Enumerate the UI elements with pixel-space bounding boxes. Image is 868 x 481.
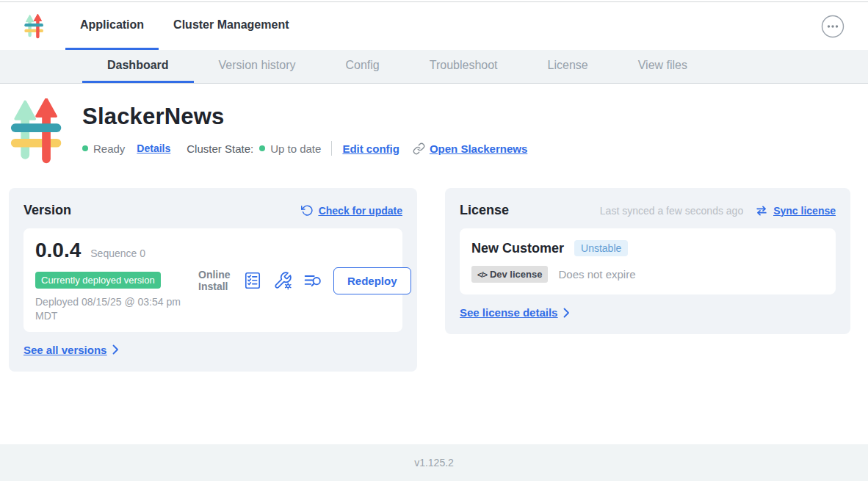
version-sequence: Sequence 0 — [90, 247, 145, 259]
channel-badge: Unstable — [574, 240, 628, 256]
see-all-versions-link[interactable]: See all versions — [23, 344, 119, 356]
cluster-status-dot — [259, 145, 265, 151]
edit-config-link[interactable]: Edit config — [342, 142, 399, 155]
subnav-item-config[interactable]: Config — [321, 50, 405, 83]
code-icon: </> — [477, 270, 487, 279]
dashboard-cards: Version Check for update 0.0.4 Sequence … — [9, 188, 850, 372]
tab-application[interactable]: Application — [65, 2, 159, 50]
license-card: License Last synced a few seconds ago Sy… — [445, 188, 850, 334]
header-spacer — [303, 2, 821, 50]
app-footer: v1.125.2 — [0, 444, 868, 481]
license-expiration: Does not expire — [558, 268, 635, 281]
subnav-item-dashboard[interactable]: Dashboard — [82, 50, 194, 83]
slackernews-logo-icon — [24, 14, 45, 39]
page-title: SlackerNews — [82, 104, 527, 130]
app-status-text: Ready — [93, 142, 125, 155]
app-header: Application Cluster Management — [0, 2, 868, 50]
cluster-state-label: Cluster State: — [187, 142, 253, 155]
cluster-state-value: Up to date — [270, 142, 321, 155]
license-panel: New Customer Unstable </> Dev license Do… — [460, 228, 836, 294]
customer-name: New Customer — [471, 241, 564, 256]
tab-cluster-management[interactable]: Cluster Management — [159, 2, 303, 50]
ready-status-dot — [82, 145, 88, 151]
console-version: v1.125.2 — [414, 457, 454, 469]
status-divider — [331, 141, 332, 156]
app-subnav: Dashboard Version history Config Trouble… — [0, 50, 868, 84]
current-version-panel: 0.0.4 Sequence 0 Currently deployed vers… — [23, 228, 402, 332]
version-card: Version Check for update 0.0.4 Sequence … — [9, 188, 417, 372]
see-license-details-link[interactable]: See license details — [460, 306, 570, 319]
sync-license-link[interactable]: Sync license — [755, 205, 836, 217]
license-card-title: License — [460, 203, 509, 218]
subnav-item-license[interactable]: License — [523, 50, 613, 83]
subnav-item-troubleshoot[interactable]: Troubleshoot — [405, 50, 523, 83]
dashboard-content: SlackerNews Ready Details Cluster State:… — [0, 84, 868, 444]
check-for-update-link[interactable]: Check for update — [301, 204, 402, 217]
open-app-link[interactable]: Open Slackernews — [430, 142, 527, 155]
version-card-title: Version — [23, 203, 71, 218]
chevron-right-icon — [112, 344, 119, 355]
chevron-right-icon — [563, 308, 570, 318]
more-menu-button[interactable] — [821, 15, 845, 38]
install-type-label: Online Install — [198, 269, 232, 292]
version-number: 0.0.4 — [35, 239, 81, 262]
ellipsis-icon — [821, 15, 845, 38]
link-icon — [413, 142, 425, 155]
app-icon — [10, 98, 63, 164]
preflight-checks-icon[interactable] — [243, 271, 262, 290]
deploy-logs-icon[interactable] — [303, 271, 322, 290]
primary-nav: Application Cluster Management — [65, 2, 303, 50]
last-synced-text: Last synced a few seconds ago — [600, 205, 743, 217]
tab-cluster-management-label: Cluster Management — [173, 18, 289, 32]
subnav-item-version-history[interactable]: Version history — [194, 50, 321, 83]
deployed-timestamp: Deployed 08/15/25 @ 03:54 pm MDT — [35, 295, 198, 323]
redeploy-button[interactable]: Redeploy — [333, 267, 411, 294]
app-status-row: Ready Details Cluster State: Up to date … — [82, 141, 527, 156]
subnav-item-view-files[interactable]: View files — [613, 50, 712, 83]
license-type-badge: </> Dev license — [471, 266, 548, 283]
app-hero: SlackerNews Ready Details Cluster State:… — [0, 84, 868, 164]
config-wrench-icon[interactable] — [273, 271, 292, 290]
deployed-badge: Currently deployed version — [35, 272, 161, 289]
sync-icon — [755, 205, 768, 217]
tab-application-label: Application — [80, 18, 144, 32]
details-link[interactable]: Details — [137, 142, 170, 154]
refresh-icon — [301, 204, 314, 217]
